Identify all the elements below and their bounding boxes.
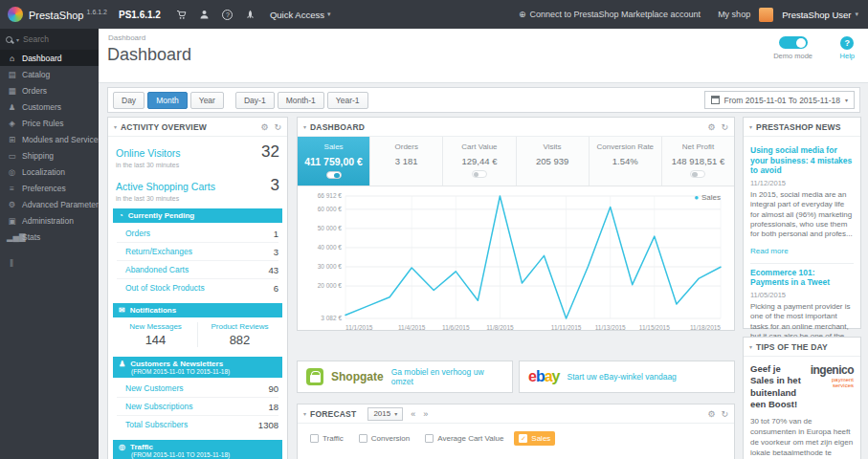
filter-year-1-button[interactable]: Year-1 [327, 92, 368, 109]
filter-day-1-button[interactable]: Day-1 [235, 92, 275, 109]
help-bubble-icon[interactable]: ? [216, 0, 239, 29]
search-icon [6, 36, 12, 43]
abandoned-carts-value: 43 [268, 265, 278, 275]
topbar-right: ⊕ Connect to PrestaShop Marketplace acco… [510, 0, 868, 29]
kpi-visits[interactable]: Visits 205 939 [517, 137, 590, 186]
forecast-cart-value-checkbox[interactable]: Average Cart Value [420, 431, 508, 446]
pending-orders-link[interactable]: Orders [125, 229, 150, 238]
kpi-conversion-rate[interactable]: Conversion Rate 1.54% [590, 137, 662, 186]
chevron-down-icon: ▾ [16, 36, 19, 43]
ebay-link[interactable]: Start uw eBay-winkel vandaag [568, 372, 677, 382]
panel-caret-icon: ▾ [749, 343, 752, 350]
sidebar-collapse-button[interactable]: ‖ [0, 245, 23, 282]
my-shop-link[interactable]: My shop [718, 10, 750, 19]
kpi-conversion-rate-label: Conversion Rate [592, 142, 658, 151]
date-range-picker[interactable]: From 2015-11-01 To 2015-11-18 ▾ [704, 91, 855, 109]
refresh-icon[interactable]: ↻ [721, 409, 728, 419]
read-more-link[interactable]: Read more [750, 247, 789, 255]
forecast-cart-value-label: Average Cart Value [437, 434, 503, 443]
kpi-net-profit-label: Net Profit [665, 142, 731, 151]
abandoned-carts-link[interactable]: Abandoned Carts [125, 265, 189, 274]
ingenico-brand-subtext: payment services [810, 377, 854, 388]
forecast-sales-checkbox[interactable]: ✓Sales [514, 431, 555, 446]
gear-icon[interactable]: ⚙ [707, 122, 715, 132]
quick-access-menu[interactable]: Quick Access ▾ [270, 10, 331, 20]
gear-icon[interactable]: ⚙ [260, 122, 268, 132]
refresh-icon[interactable]: ↻ [721, 122, 728, 132]
total-subscribers-link[interactable]: Total Subscribers [125, 420, 188, 429]
kpi-net-profit[interactable]: Net Profit 148 918,51 € [662, 137, 734, 186]
panel-actions: ⚙ ↻ [707, 409, 728, 419]
kpi-cart-value[interactable]: Cart Value 129,44 € [443, 137, 516, 186]
active-carts-link[interactable]: Active Shopping Carts [116, 181, 215, 192]
ebay-promo[interactable]: ebay Start uw eBay-winkel vandaag [519, 361, 735, 393]
gear-icon[interactable]: ⚙ [707, 409, 715, 419]
new-customers-value: 90 [268, 383, 278, 394]
sidebar-item-catalog[interactable]: ▤Catalog [0, 66, 99, 82]
out-of-stock-link[interactable]: Out of Stock Products [125, 283, 205, 293]
new-messages-stat[interactable]: New Messages 144 [114, 322, 197, 347]
filter-month-button[interactable]: Month [147, 92, 188, 109]
customers-newsletters-subtitle: (FROM 2015-11-01 TO 2015-11-18) [119, 368, 277, 375]
new-customers-link[interactable]: New Customers [125, 383, 183, 393]
sidebar-item-modules[interactable]: ⊞Modules and Services [0, 131, 99, 147]
forecast-prev-button[interactable]: « [411, 409, 415, 419]
kpi-orders[interactable]: Orders 3 181 [370, 137, 443, 186]
product-reviews-stat[interactable]: Product Reviews 882 [197, 322, 281, 347]
kpi-net-profit-toggle[interactable] [690, 170, 705, 178]
quick-access-label: Quick Access [270, 10, 324, 20]
kpi-sales[interactable]: Sales 411 759,00 € [298, 137, 370, 186]
sidebar: ▾ ⌂Dashboard ▤Catalog ▦Orders ♟Customers… [0, 29, 99, 459]
sidebar-item-advanced-parameters[interactable]: ⚙Advanced Parameters [0, 196, 99, 212]
module-promos: Shopgate Ga mobiel en verhoog uw omzet e… [297, 361, 735, 393]
sidebar-search[interactable]: ▾ [0, 29, 99, 50]
refresh-icon[interactable]: ↻ [274, 122, 281, 132]
sidebar-item-localization[interactable]: ◎Localization [0, 164, 99, 180]
article-title-link[interactable]: Using social media for your business: 4 … [750, 145, 854, 176]
forecast-conversion-checkbox[interactable]: Conversion [354, 431, 414, 446]
forecast-year-select[interactable]: 2015 ▾ [367, 407, 403, 421]
pending-returns-link[interactable]: Return/Exchanges [125, 247, 192, 256]
forecast-traffic-checkbox[interactable]: Traffic [305, 431, 348, 446]
traffic-title: Traffic [130, 443, 153, 451]
rocket-icon[interactable] [239, 0, 262, 29]
shopgate-link[interactable]: Ga mobiel en verhoog uw omzet [391, 367, 503, 386]
help-button[interactable]: ? Help [840, 36, 855, 60]
currently-pending-header: ◔ Currently Pending [113, 208, 282, 223]
svg-text:11/1/2015: 11/1/2015 [345, 324, 373, 331]
search-input[interactable] [23, 34, 73, 44]
filter-day-button[interactable]: Day [113, 92, 145, 109]
kpi-sales-toggle[interactable] [326, 171, 342, 179]
new-subscriptions-link[interactable]: New Subscriptions [125, 402, 192, 411]
sidebar-item-label: Price Rules [22, 119, 63, 128]
marketplace-label: Connect to PrestaShop Marketplace accoun… [530, 10, 701, 19]
kpi-cart-value-value: 129,44 € [446, 156, 512, 166]
filter-year-button[interactable]: Year [190, 92, 224, 109]
sidebar-item-dashboard[interactable]: ⌂Dashboard [0, 50, 99, 66]
active-carts-metric: Active Shopping Carts 3 in the last 30 m… [108, 170, 287, 204]
sidebar-item-stats[interactable]: ▂▅▇Stats [0, 229, 99, 245]
user-menu[interactable]: PrestaShop User ▾ [759, 8, 858, 22]
shopgate-promo[interactable]: Shopgate Ga mobiel en verhoog uw omzet [297, 361, 513, 393]
kpi-cart-value-toggle[interactable] [472, 170, 487, 178]
article-title-link[interactable]: Ecommerce 101: Payments in a Tweet [750, 268, 854, 288]
employee-icon[interactable] [193, 0, 216, 29]
forecast-next-button[interactable]: » [423, 409, 428, 419]
currently-pending-title: Currently Pending [128, 211, 194, 220]
sidebar-item-price-rules[interactable]: ◈Price Rules [0, 115, 99, 131]
sidebar-item-shipping[interactable]: ▭Shipping [0, 147, 99, 164]
breadcrumb[interactable]: Dashboard [108, 33, 145, 42]
activity-overview-panel: ▾ ACTIVITY OVERVIEW ⚙ ↻ Online Visitors … [107, 117, 288, 459]
cart-icon[interactable] [170, 0, 193, 29]
sidebar-item-customers[interactable]: ♟Customers [0, 98, 99, 115]
demo-mode-toggle[interactable] [779, 36, 808, 49]
marketplace-link[interactable]: ⊕ Connect to PrestaShop Marketplace acco… [519, 10, 701, 19]
shop-name-link[interactable]: PS1.6.1.2 [119, 10, 161, 20]
sidebar-item-preferences[interactable]: ≡Preferences [0, 180, 99, 196]
sidebar-item-orders[interactable]: ▦Orders [0, 82, 99, 98]
sidebar-item-administration[interactable]: ▣Administration [0, 212, 99, 229]
checkbox-icon [359, 434, 367, 443]
filter-month-1-button[interactable]: Month-1 [278, 92, 324, 109]
svg-text:11/18/2015: 11/18/2015 [690, 324, 721, 331]
online-visitors-link[interactable]: Online Visitors [116, 147, 181, 159]
